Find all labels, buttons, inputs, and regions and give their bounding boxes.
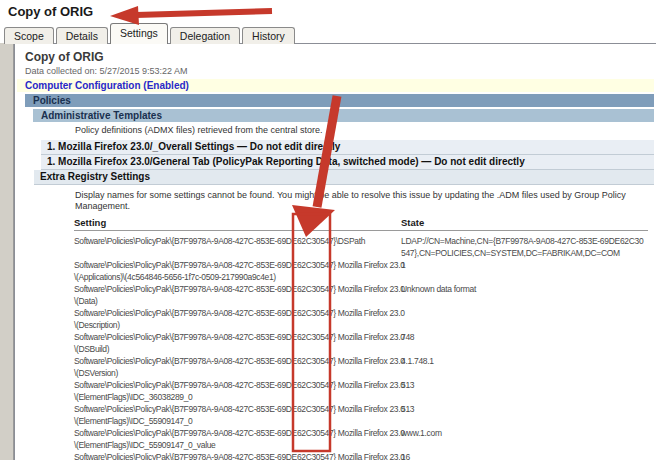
setting-state: 513 <box>401 379 648 391</box>
setting-state: 748 <box>401 331 648 343</box>
setting-subkey: \(ElementFlags)\IDC_55909147_0_value <box>74 439 401 451</box>
table-row: Software\Policies\PolicyPak\{B7F9978A-9A… <box>74 355 648 379</box>
tab-bar: Scope Details Settings Delegation Histor… <box>4 24 297 44</box>
table-row: Software\Policies\PolicyPak\{B7F9978A-9A… <box>74 259 648 283</box>
setting-path: Software\Policies\PolicyPak\{B7F9978A-9A… <box>74 451 401 460</box>
setting-state: 513 <box>401 403 648 415</box>
setting-path: Software\Policies\PolicyPak\{B7F9978A-9A… <box>74 427 401 439</box>
setting-path: Software\Policies\PolicyPak\{B7F9978A-9A… <box>74 259 401 271</box>
adm-files-warning-note: Display names for some settings cannot b… <box>75 190 656 212</box>
table-row: Software\Policies\PolicyPak\{B7F9978A-9A… <box>74 235 648 259</box>
setting-path: Software\Policies\PolicyPak\{B7F9978A-9A… <box>74 355 401 367</box>
section-policies[interactable]: Policies <box>25 94 654 107</box>
setting-path: Software\Policies\PolicyPak\{B7F9978A-9A… <box>74 283 401 295</box>
setting-path: Software\Policies\PolicyPak\{B7F9978A-9A… <box>74 379 401 391</box>
admx-central-store-note: Policy definitions (ADMX files) retrieve… <box>75 125 656 136</box>
gpo-title: Copy of ORIG <box>8 4 93 19</box>
setting-state: 1 <box>401 259 648 271</box>
setting-path: Software\Policies\PolicyPak\{B7F9978A-9A… <box>74 403 401 415</box>
section-firefox-overall-settings[interactable]: 1. Mozilla Firefox 23.0/_Overall Setting… <box>41 140 654 155</box>
column-header-state: State <box>401 217 648 228</box>
setting-path: Software\Policies\PolicyPak\{B7F9978A-9A… <box>74 331 401 343</box>
setting-state: 16 <box>401 451 648 460</box>
column-header-setting: Setting <box>74 217 401 228</box>
section-administrative-templates[interactable]: Administrative Templates <box>33 109 654 122</box>
setting-subkey: \(DSBuild) <box>74 343 401 355</box>
table-row: Software\Policies\PolicyPak\{B7F9978A-9A… <box>74 331 648 355</box>
setting-path: Software\Policies\PolicyPak\{B7F9978A-9A… <box>74 307 401 319</box>
section-firefox-general-tab[interactable]: 1. Mozilla Firefox 23.0/General Tab (Pol… <box>41 155 654 170</box>
report-title: Copy of ORIG <box>25 50 656 64</box>
data-collected-timestamp: Data collected on: 5/27/2015 9:53:22 AM <box>25 66 656 77</box>
setting-state: LDAP://CN=Machine,CN={B7F9978A-9A08-427C… <box>401 235 648 259</box>
table-header: Setting State <box>74 217 648 231</box>
setting-state: 4.1.748.1 <box>401 355 648 367</box>
table-row: Software\Policies\PolicyPak\{B7F9978A-9A… <box>74 403 648 427</box>
setting-subkey: \(Applications)\(4c564846-5656-1f7c-0509… <box>74 271 401 283</box>
setting-subkey: \(ElementFlags)\IDC_36038289_0 <box>74 391 401 403</box>
setting-path: Software\Policies\PolicyPak\{B7F9978A-9A… <box>74 235 401 247</box>
setting-subkey <box>74 247 401 259</box>
settings-report-pane: Copy of ORIG Data collected on: 5/27/201… <box>14 43 656 460</box>
tab-scope[interactable]: Scope <box>4 27 54 44</box>
tab-details[interactable]: Details <box>56 27 108 44</box>
table-body: Software\Policies\PolicyPak\{B7F9978A-9A… <box>74 235 648 460</box>
table-row: Software\Policies\PolicyPak\{B7F9978A-9A… <box>74 451 648 460</box>
setting-state: Unknown data format <box>401 283 648 295</box>
table-row: Software\Policies\PolicyPak\{B7F9978A-9A… <box>74 307 648 331</box>
section-extra-registry-settings[interactable]: Extra Registry Settings <box>34 170 654 185</box>
setting-state: www.1.com <box>401 427 648 439</box>
section-computer-configuration[interactable]: Computer Configuration (Enabled) <box>17 79 654 92</box>
registry-settings-table: Setting State Software\Policies\PolicyPa… <box>74 217 648 460</box>
tab-delegation[interactable]: Delegation <box>170 27 240 44</box>
left-gutter <box>0 43 14 460</box>
setting-subkey: \(ElementFlags)\IDC_55909147_0 <box>74 415 401 427</box>
setting-subkey: \(Description) <box>74 319 401 331</box>
tab-settings[interactable]: Settings <box>110 23 168 44</box>
tab-history[interactable]: History <box>242 27 295 44</box>
setting-subkey: \(Data) <box>74 295 401 307</box>
table-row: Software\Policies\PolicyPak\{B7F9978A-9A… <box>74 379 648 403</box>
setting-subkey: \(DSVersion) <box>74 367 401 379</box>
gpmc-settings-window: Copy of ORIG Scope Details Settings Dele… <box>0 0 656 460</box>
table-row: Software\Policies\PolicyPak\{B7F9978A-9A… <box>74 427 648 451</box>
table-row: Software\Policies\PolicyPak\{B7F9978A-9A… <box>74 283 648 307</box>
